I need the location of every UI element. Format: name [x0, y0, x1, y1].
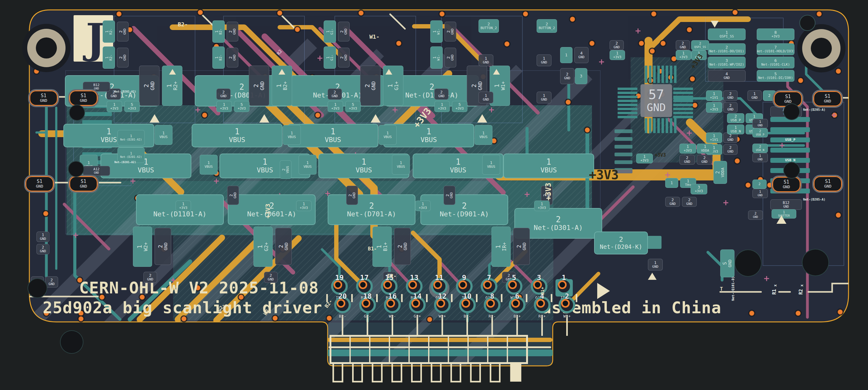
- pin-number: 13: [404, 274, 425, 282]
- pad-text: 2Net-(D701-A): [328, 195, 415, 224]
- s1-net: GND: [40, 99, 47, 103]
- pad-text: 1VBUS: [192, 124, 282, 147]
- pad-net: QSPI_SS: [694, 46, 706, 49]
- pad-number: 1: [215, 56, 219, 59]
- s1-net: GND: [80, 184, 87, 189]
- pad-gnd2: 2GND: [360, 66, 380, 106]
- pad-qspi2: 2QSPI_SS: [691, 40, 709, 50]
- pad-number: 1: [426, 127, 431, 136]
- pad-usbn1: 1USB_N: [727, 124, 744, 134]
- pad-net: Net-(U101-CLK): [762, 63, 790, 66]
- fiducial-triangle: [648, 273, 657, 280]
- pad-net: R2-: [109, 54, 113, 61]
- pad-gnd1: 1GND: [752, 189, 768, 198]
- pad-v3_1: 1+3V3: [679, 144, 696, 154]
- pin-drill-hole: [483, 280, 492, 289]
- pad-net: Net-(D1001-A): [405, 92, 458, 100]
- pad-gnd2: 2GND: [560, 68, 574, 84]
- pad-number: 2: [51, 278, 53, 283]
- pad-net: VBUS: [138, 167, 154, 174]
- pad-net: GND: [284, 242, 289, 250]
- pad-text: 2GND: [435, 89, 448, 100]
- pad-net: GND: [757, 124, 763, 127]
- pad-number: 2: [688, 198, 690, 202]
- pad-text: 2QSPI_SS: [691, 40, 709, 50]
- pad-text: 6Net-(U101-CLK): [757, 57, 794, 68]
- pad-number: 1: [306, 161, 309, 165]
- pad-number: 1: [682, 51, 685, 56]
- pad-net: Net-(U101-WP/IO2): [709, 63, 744, 66]
- pin-net: W2-: [382, 314, 402, 318]
- pin-drill-hole: [462, 299, 470, 308]
- pad-v3_5: 5+3V3: [234, 101, 249, 112]
- pad-gnd1: 1GND: [478, 54, 493, 66]
- pad-net: +3V3: [679, 55, 688, 59]
- pad-net: GND: [670, 202, 676, 206]
- pad-number: 2: [703, 156, 706, 160]
- pad-net: GND: [123, 28, 127, 35]
- pad-vbus: 1VBUS: [392, 155, 410, 174]
- pad-gnd2: 2GND: [36, 244, 50, 254]
- pad-text: 2GND: [445, 48, 456, 67]
- pad-number: 1: [106, 127, 111, 136]
- pad-net: Net-(D701-A): [347, 211, 396, 218]
- pad-net: VBUS: [325, 136, 341, 144]
- pad-text: 2GND: [444, 186, 455, 204]
- pad-number: 5: [131, 103, 133, 107]
- pad-number: 1: [490, 161, 492, 165]
- fiducial-triangle: [259, 114, 269, 122]
- pad-net: GND: [522, 242, 527, 250]
- pad-net: GND: [751, 96, 757, 100]
- pad-number: 2: [119, 56, 123, 59]
- pad-number: 1: [546, 158, 551, 167]
- net-label: Net-(D201-A2): [114, 161, 136, 164]
- pad-net: GND: [686, 202, 692, 206]
- pad-number: 2: [228, 30, 233, 33]
- pad-number: 1: [215, 30, 219, 33]
- pad-net: VBUS: [356, 167, 372, 174]
- pad-vbus2: 2VBUS: [280, 160, 291, 179]
- pad-text: 2GND: [665, 197, 680, 206]
- pad-number: 1: [105, 56, 110, 59]
- pad-text: 1VBUS: [483, 155, 500, 174]
- pad-net: +3V3: [349, 107, 357, 111]
- pad-net: GND: [702, 160, 708, 164]
- pad-g1m: 1G1-: [323, 21, 336, 43]
- pad-net: GND: [757, 194, 763, 197]
- pin-number: 19: [329, 274, 350, 282]
- pad-number: 8: [774, 30, 777, 35]
- pad-text: 2GND: [514, 228, 529, 264]
- pad-number: 1: [759, 190, 762, 194]
- pad-text: 2GND: [361, 66, 380, 106]
- drill-hole: [783, 162, 800, 178]
- pad-net: +3V3: [179, 206, 188, 210]
- pad-text: 1G1-: [324, 21, 336, 43]
- pad-text: 1VBUS: [155, 126, 172, 144]
- pad-gnd2: 2GND: [338, 48, 350, 67]
- pad-net: GND: [49, 282, 55, 286]
- pad-net: BUTTON_2: [539, 26, 555, 30]
- pad-number: 1: [262, 158, 268, 167]
- pad-number: 1: [326, 30, 331, 33]
- pad-number: 6: [774, 58, 777, 63]
- pad-text: 2GND: [610, 40, 623, 50]
- pad-net: VBUS: [304, 165, 312, 169]
- pad-number: 2: [270, 273, 272, 278]
- pin-number: 18: [357, 292, 378, 300]
- s1-test-pad: S1GND: [24, 175, 55, 193]
- pad-text: 1VBUS: [475, 126, 492, 144]
- pad-p2: 2: [752, 179, 767, 189]
- pin-net: G2+: [407, 314, 428, 318]
- pad-text: 1G2+: [254, 227, 272, 267]
- pad-gnd2: 2GND: [676, 40, 690, 50]
- pad-net: VBUS: [288, 135, 296, 139]
- pad-number: 2: [725, 45, 728, 50]
- s1-number: S1: [81, 93, 86, 99]
- pad-number: 2: [445, 194, 450, 197]
- pad-net: W1-: [437, 54, 440, 61]
- pin-drill-hole: [411, 299, 420, 308]
- pad-gnd2: 2GND: [697, 155, 712, 165]
- fiducial-triangle: [477, 114, 487, 122]
- pad-text: 1W1-: [431, 21, 442, 43]
- pad-net: GND: [268, 278, 274, 281]
